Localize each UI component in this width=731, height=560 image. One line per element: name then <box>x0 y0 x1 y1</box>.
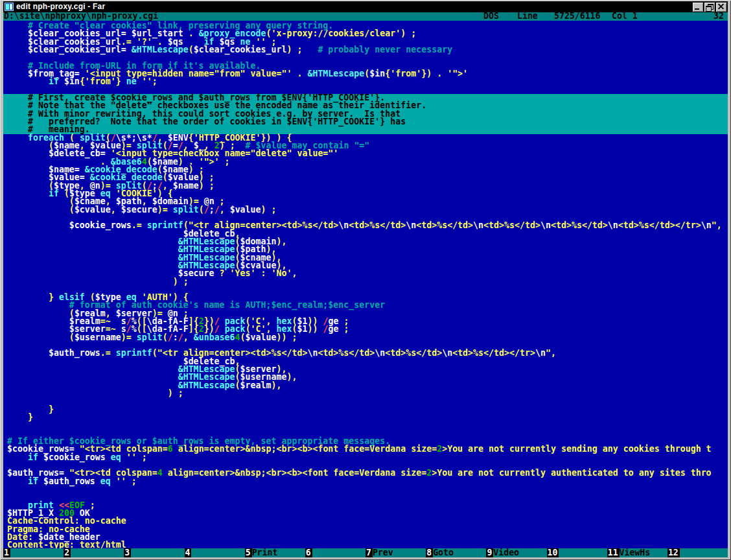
char-code: 32 <box>714 12 724 20</box>
code-line: if $auth_rows eq '' ; <box>7 478 728 485</box>
fkey-label <box>191 548 244 557</box>
window-controls <box>693 3 726 12</box>
fkey-number: 6 <box>305 548 312 557</box>
code-line <box>7 421 728 429</box>
fkey-number: 11 <box>607 548 620 557</box>
code-line <box>7 485 728 493</box>
code-line: ($cvalue, $secure)= split(/;/, $value) ; <box>7 206 728 214</box>
code-line: print <<EOF ; <box>7 502 728 509</box>
fkey-number: 2 <box>64 548 71 557</box>
fkey-label: Goto <box>433 548 486 557</box>
fkey-label: Print <box>252 548 305 557</box>
fkey-label <box>71 548 124 557</box>
code-editor[interactable]: # Create "clear cookies" link, preservin… <box>3 21 728 548</box>
code-line: ($username)= split(/:/, &unbase64($value… <box>7 334 728 342</box>
code-line: ) ; <box>7 278 728 286</box>
code-line: $clear_cookies_url= &HTMLescape($clear_c… <box>7 46 728 54</box>
fkey-number: 3 <box>124 548 131 557</box>
fkey-9-video[interactable]: 9Video <box>486 548 546 557</box>
column-indicator: Col 1 <box>612 12 638 20</box>
fkey-number: 5 <box>245 548 252 557</box>
fkey-number: 4 <box>185 548 192 557</box>
code-line <box>7 493 728 501</box>
fkey-number: 12 <box>667 548 680 557</box>
fkey-number: 9 <box>486 548 493 557</box>
far-app-icon <box>5 3 14 11</box>
code-line: } <box>7 406 728 414</box>
fkey-number: 7 <box>366 548 373 557</box>
minimize-icon[interactable] <box>693 3 703 12</box>
fkey-label <box>10 548 64 557</box>
line-position: 5725/6116 <box>554 12 600 20</box>
fkey-2[interactable]: 2 <box>64 548 124 557</box>
fkey-label <box>312 548 366 557</box>
fkey-label <box>131 548 184 557</box>
fkey-6[interactable]: 6 <box>305 548 366 557</box>
editor-status-bar: D:\site\nphproxy\nph-proxy.cgi DOS Line … <box>3 12 728 21</box>
fkey-label <box>559 548 607 557</box>
fkey-number: 10 <box>547 548 559 557</box>
close-icon[interactable] <box>716 3 726 12</box>
fkey-4[interactable]: 4 <box>185 548 245 557</box>
code-line-selected: # preferred? Note that the order of cook… <box>3 118 728 126</box>
function-key-bar: 12345Print67Prev8Goto9Video1011ViewHs12 <box>3 548 728 557</box>
fkey-7-prev[interactable]: 7Prev <box>366 548 426 557</box>
fkey-5-print[interactable]: 5Print <box>245 548 305 557</box>
code-line: ) ; <box>7 390 728 397</box>
code-line: if $in{'from'} ne ''; <box>7 78 728 86</box>
fkey-label: ViewHs <box>620 548 667 557</box>
fkey-11-viewhs[interactable]: 11ViewHs <box>607 548 667 557</box>
code-line <box>7 397 728 405</box>
fkey-number: 1 <box>3 548 10 557</box>
code-line: } <box>7 414 728 421</box>
fkey-12[interactable]: 12 <box>667 548 728 557</box>
code-line: Cache-Control: no-cache <box>7 517 728 525</box>
fkey-label <box>680 548 728 557</box>
fkey-3[interactable]: 3 <box>124 548 184 557</box>
restore-icon[interactable] <box>704 3 715 12</box>
code-line: if $cookie_rows eq '' ; <box>7 454 728 461</box>
fkey-1[interactable]: 1 <box>3 548 64 557</box>
file-path: D:\site\nphproxy\nph-proxy.cgi <box>4 12 158 20</box>
line-label: Line <box>517 12 538 20</box>
fkey-label: Prev <box>373 548 426 557</box>
encoding-mode: DOS <box>483 12 499 20</box>
fkey-8-goto[interactable]: 8Goto <box>426 548 486 557</box>
fkey-label: Video <box>493 548 546 557</box>
far-console-window: edit nph-proxy.cgi - Far D:\site\nphprox… <box>0 0 731 560</box>
fkey-10[interactable]: 10 <box>547 548 607 557</box>
fkey-number: 8 <box>426 548 433 557</box>
code-line: Pragma: no-cache <box>7 526 728 533</box>
